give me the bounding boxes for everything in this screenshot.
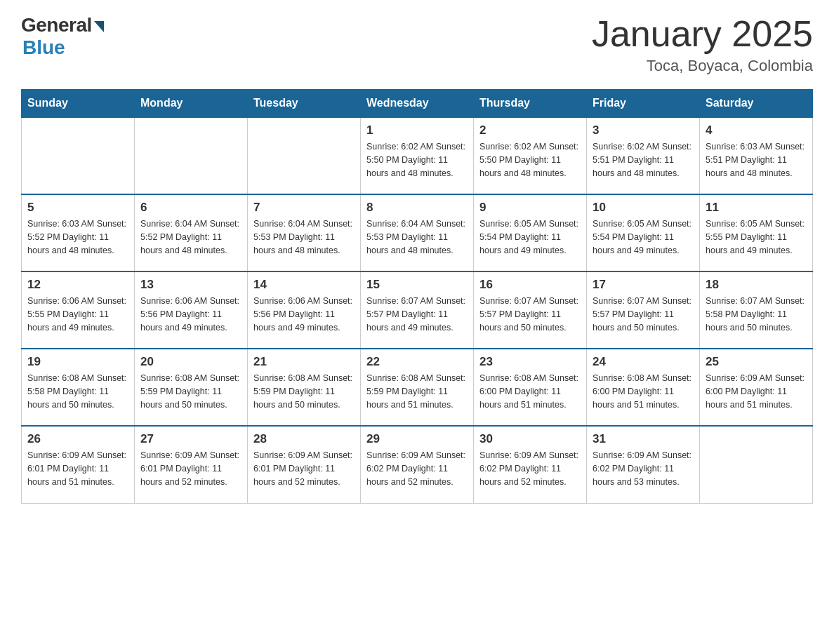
day-info: Sunrise: 6:07 AM Sunset: 5:57 PM Dayligh… [479, 295, 581, 334]
day-number: 9 [479, 201, 581, 215]
day-info: Sunrise: 6:06 AM Sunset: 5:55 PM Dayligh… [27, 295, 128, 334]
calendar-title: January 2025 [592, 14, 813, 54]
day-cell: 31Sunrise: 6:09 AM Sunset: 6:02 PM Dayli… [587, 426, 700, 503]
day-cell: 7Sunrise: 6:04 AM Sunset: 5:53 PM Daylig… [248, 194, 361, 271]
day-cell: 9Sunrise: 6:05 AM Sunset: 5:54 PM Daylig… [474, 194, 587, 271]
header-cell-wednesday: Wednesday [361, 90, 474, 118]
day-cell: 18Sunrise: 6:07 AM Sunset: 5:58 PM Dayli… [700, 271, 813, 349]
day-number: 27 [140, 432, 241, 446]
day-info: Sunrise: 6:09 AM Sunset: 6:00 PM Dayligh… [706, 372, 807, 411]
day-number: 28 [253, 432, 355, 446]
day-number: 24 [593, 355, 694, 369]
calendar-body: 1Sunrise: 6:02 AM Sunset: 5:50 PM Daylig… [22, 117, 813, 503]
day-cell: 10Sunrise: 6:05 AM Sunset: 5:54 PM Dayli… [587, 194, 700, 271]
logo-arrow-icon [94, 21, 104, 32]
day-cell: 17Sunrise: 6:07 AM Sunset: 5:57 PM Dayli… [587, 271, 700, 349]
day-number: 25 [706, 355, 807, 369]
day-info: Sunrise: 6:08 AM Sunset: 5:59 PM Dayligh… [253, 372, 355, 411]
day-info: Sunrise: 6:04 AM Sunset: 5:53 PM Dayligh… [253, 217, 355, 257]
day-cell: 16Sunrise: 6:07 AM Sunset: 5:57 PM Dayli… [474, 271, 587, 349]
day-cell: 11Sunrise: 6:05 AM Sunset: 5:55 PM Dayli… [700, 194, 813, 271]
day-info: Sunrise: 6:04 AM Sunset: 5:52 PM Dayligh… [140, 217, 241, 257]
day-number: 5 [27, 201, 128, 215]
day-info: Sunrise: 6:02 AM Sunset: 5:50 PM Dayligh… [366, 140, 468, 180]
day-number: 31 [593, 432, 694, 446]
day-number: 1 [366, 123, 468, 137]
day-cell [22, 117, 135, 194]
day-cell: 4Sunrise: 6:03 AM Sunset: 5:51 PM Daylig… [700, 117, 813, 194]
day-cell: 28Sunrise: 6:09 AM Sunset: 6:01 PM Dayli… [248, 426, 361, 503]
day-number: 29 [366, 432, 468, 446]
day-number: 23 [479, 355, 581, 369]
calendar-subtitle: Toca, Boyaca, Colombia [592, 57, 813, 75]
day-info: Sunrise: 6:06 AM Sunset: 5:56 PM Dayligh… [140, 295, 241, 334]
title-block: January 2025 Toca, Boyaca, Colombia [592, 14, 813, 75]
day-number: 14 [253, 278, 355, 292]
day-info: Sunrise: 6:08 AM Sunset: 5:59 PM Dayligh… [140, 372, 241, 411]
day-cell [135, 117, 248, 194]
day-cell: 13Sunrise: 6:06 AM Sunset: 5:56 PM Dayli… [135, 271, 248, 349]
day-number: 26 [27, 432, 128, 446]
day-cell [248, 117, 361, 194]
day-info: Sunrise: 6:07 AM Sunset: 5:58 PM Dayligh… [706, 295, 807, 334]
header-cell-friday: Friday [587, 90, 700, 118]
day-number: 21 [253, 355, 355, 369]
day-number: 17 [593, 278, 694, 292]
day-info: Sunrise: 6:03 AM Sunset: 5:52 PM Dayligh… [27, 217, 128, 257]
day-number: 2 [479, 123, 581, 137]
day-cell: 1Sunrise: 6:02 AM Sunset: 5:50 PM Daylig… [361, 117, 474, 194]
day-number: 18 [706, 278, 807, 292]
day-number: 22 [366, 355, 468, 369]
day-info: Sunrise: 6:09 AM Sunset: 6:02 PM Dayligh… [479, 449, 581, 488]
day-cell: 8Sunrise: 6:04 AM Sunset: 5:53 PM Daylig… [361, 194, 474, 271]
day-info: Sunrise: 6:09 AM Sunset: 6:02 PM Dayligh… [366, 449, 468, 488]
day-cell: 20Sunrise: 6:08 AM Sunset: 5:59 PM Dayli… [135, 349, 248, 426]
day-info: Sunrise: 6:09 AM Sunset: 6:01 PM Dayligh… [140, 449, 241, 488]
day-cell: 22Sunrise: 6:08 AM Sunset: 5:59 PM Dayli… [361, 349, 474, 426]
day-cell: 27Sunrise: 6:09 AM Sunset: 6:01 PM Dayli… [135, 426, 248, 503]
day-number: 16 [479, 278, 581, 292]
day-info: Sunrise: 6:07 AM Sunset: 5:57 PM Dayligh… [366, 295, 468, 334]
calendar-table: SundayMondayTuesdayWednesdayThursdayFrid… [21, 89, 813, 504]
day-info: Sunrise: 6:08 AM Sunset: 6:00 PM Dayligh… [593, 372, 694, 411]
day-cell: 3Sunrise: 6:02 AM Sunset: 5:51 PM Daylig… [587, 117, 700, 194]
day-info: Sunrise: 6:03 AM Sunset: 5:51 PM Dayligh… [706, 140, 807, 180]
header-row: SundayMondayTuesdayWednesdayThursdayFrid… [22, 90, 813, 118]
day-cell: 19Sunrise: 6:08 AM Sunset: 5:58 PM Dayli… [22, 349, 135, 426]
day-number: 8 [366, 201, 468, 215]
day-cell: 14Sunrise: 6:06 AM Sunset: 5:56 PM Dayli… [248, 271, 361, 349]
day-number: 10 [593, 201, 694, 215]
week-row-4: 19Sunrise: 6:08 AM Sunset: 5:58 PM Dayli… [22, 349, 813, 426]
day-cell: 15Sunrise: 6:07 AM Sunset: 5:57 PM Dayli… [361, 271, 474, 349]
day-number: 19 [27, 355, 128, 369]
day-number: 3 [593, 123, 694, 137]
day-cell: 25Sunrise: 6:09 AM Sunset: 6:00 PM Dayli… [700, 349, 813, 426]
day-cell: 24Sunrise: 6:08 AM Sunset: 6:00 PM Dayli… [587, 349, 700, 426]
logo-general-text: General [21, 14, 92, 36]
day-number: 6 [140, 201, 241, 215]
day-cell: 29Sunrise: 6:09 AM Sunset: 6:02 PM Dayli… [361, 426, 474, 503]
day-cell: 2Sunrise: 6:02 AM Sunset: 5:50 PM Daylig… [474, 117, 587, 194]
day-cell: 23Sunrise: 6:08 AM Sunset: 6:00 PM Dayli… [474, 349, 587, 426]
calendar-header: SundayMondayTuesdayWednesdayThursdayFrid… [22, 90, 813, 118]
day-info: Sunrise: 6:04 AM Sunset: 5:53 PM Dayligh… [366, 217, 468, 257]
day-number: 4 [706, 123, 807, 137]
week-row-5: 26Sunrise: 6:09 AM Sunset: 6:01 PM Dayli… [22, 426, 813, 503]
day-info: Sunrise: 6:08 AM Sunset: 5:59 PM Dayligh… [366, 372, 468, 411]
day-info: Sunrise: 6:09 AM Sunset: 6:01 PM Dayligh… [27, 449, 128, 488]
day-cell: 5Sunrise: 6:03 AM Sunset: 5:52 PM Daylig… [22, 194, 135, 271]
day-cell: 26Sunrise: 6:09 AM Sunset: 6:01 PM Dayli… [22, 426, 135, 503]
day-info: Sunrise: 6:02 AM Sunset: 5:51 PM Dayligh… [593, 140, 694, 180]
day-info: Sunrise: 6:07 AM Sunset: 5:57 PM Dayligh… [593, 295, 694, 334]
day-cell [700, 426, 813, 503]
logo: General Blue [21, 14, 104, 59]
week-row-2: 5Sunrise: 6:03 AM Sunset: 5:52 PM Daylig… [22, 194, 813, 271]
day-number: 12 [27, 278, 128, 292]
week-row-1: 1Sunrise: 6:02 AM Sunset: 5:50 PM Daylig… [22, 117, 813, 194]
day-info: Sunrise: 6:05 AM Sunset: 5:54 PM Dayligh… [593, 217, 694, 257]
header-cell-thursday: Thursday [474, 90, 587, 118]
day-cell: 30Sunrise: 6:09 AM Sunset: 6:02 PM Dayli… [474, 426, 587, 503]
week-row-3: 12Sunrise: 6:06 AM Sunset: 5:55 PM Dayli… [22, 271, 813, 349]
logo-blue-text: Blue [22, 36, 65, 59]
day-info: Sunrise: 6:08 AM Sunset: 6:00 PM Dayligh… [479, 372, 581, 411]
